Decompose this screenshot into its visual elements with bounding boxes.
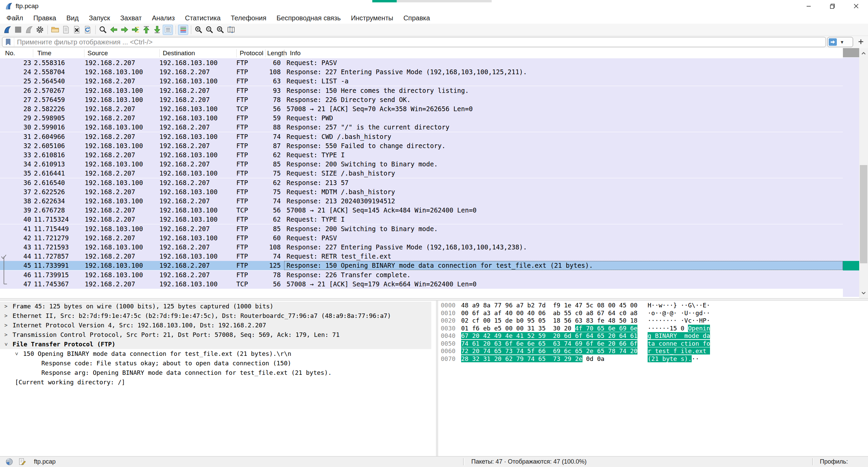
packet-row-47[interactable]: 4711.745367192.168.2.207192.168.103.100T… [0, 280, 843, 289]
resize-columns-button[interactable] [226, 25, 236, 35]
hex-row[interactable]: 005074 61 20 63 6f 6e 6e 65 63 74 69 6f … [438, 340, 868, 347]
go-to-packet-button[interactable] [130, 25, 140, 35]
menu-analyze[interactable]: Анализ [147, 12, 180, 24]
packet-row-39[interactable]: 392.676728192.168.2.207192.168.103.100TC… [0, 206, 843, 215]
hex-bytes[interactable]: 01 f6 eb e5 00 00 31 35 30 20 4f 70 65 6… [461, 325, 637, 332]
detail-row[interactable]: >Transmission Control Protocol, Src Port… [0, 330, 431, 340]
menu-telephony[interactable]: Телефония [226, 12, 272, 24]
column-separator[interactable] [284, 49, 284, 57]
packet-row-28[interactable]: 282.582226192.168.2.207192.168.103.100TC… [0, 104, 843, 114]
packet-row-32[interactable]: 322.605106192.168.103.100192.168.2.207FT… [0, 141, 843, 150]
hex-row[interactable]: 002002 cf 00 15 de b0 95 05 18 56 63 83 … [438, 317, 868, 324]
hex-bytes[interactable]: 48 a9 8a 77 96 a7 b2 7d f9 1e 47 5c 08 0… [461, 302, 637, 309]
hex-ascii[interactable]: H··w···} ··G\··E· [648, 302, 710, 309]
packet-row-37[interactable]: 372.622526192.168.2.207192.168.103.100FT… [0, 187, 843, 197]
hex-ascii[interactable]: ·o··@·@· ·U··gd·· [648, 309, 710, 317]
expand-icon[interactable]: > [4, 302, 7, 311]
hex-ascii[interactable]: r test_f ile.ext [648, 347, 710, 355]
hex-bytes[interactable]: 28 32 31 20 62 79 74 65 73 29 2e 0d 0a [461, 355, 605, 363]
packet-row-34[interactable]: 342.610913192.168.103.100192.168.2.207FT… [0, 160, 843, 169]
go-first-button[interactable] [141, 25, 151, 35]
detail-row[interactable]: [Current working directory: /] [0, 378, 431, 387]
capture-options-button[interactable] [35, 25, 45, 35]
go-back-button[interactable] [108, 25, 119, 35]
packet-row-27[interactable]: 272.576459192.168.103.100192.168.2.207FT… [0, 95, 843, 104]
expand-icon[interactable]: > [4, 311, 7, 321]
detail-row[interactable]: >Internet Protocol Version 4, Src: 192.1… [0, 321, 431, 330]
packet-row-29[interactable]: 292.598905192.168.2.207192.168.103.100FT… [0, 114, 843, 123]
hex-row[interactable]: 004067 20 42 49 4e 41 52 59 20 6d 6f 64 … [438, 332, 868, 340]
column-separator[interactable] [236, 49, 237, 57]
hex-bytes[interactable]: 67 20 42 49 4e 41 52 59 20 6d 6f 64 65 2… [461, 332, 637, 340]
zoom-out-button[interactable] [204, 25, 214, 35]
packet-row-24[interactable]: 242.558704192.168.103.100192.168.2.207FT… [0, 67, 843, 77]
packet-row-40[interactable]: 4011.715324192.168.2.207192.168.103.100F… [0, 215, 843, 224]
hex-ascii[interactable]: (21 byte s).·· [648, 355, 699, 363]
collapse-icon[interactable]: > [12, 352, 21, 355]
packet-row-45[interactable]: 4511.733991192.168.103.100192.168.2.207F… [0, 261, 843, 270]
packet-row-25[interactable]: 252.564540192.168.2.207192.168.103.100FT… [0, 77, 843, 86]
menu-view[interactable]: Вид [61, 12, 84, 24]
column-header-no[interactable]: No. [5, 48, 15, 58]
packet-row-43[interactable]: 4311.721593192.168.103.100192.168.2.207F… [0, 243, 843, 252]
detail-row[interactable]: >Ethernet II, Src: b2:7d:f9:1e:47:5c (b2… [0, 311, 431, 321]
collapse-icon[interactable]: > [1, 343, 11, 346]
menu-tools[interactable]: Инструменты [346, 12, 398, 24]
open-file-button[interactable] [50, 25, 60, 35]
hex-ascii[interactable]: ta conne ction fo [648, 340, 710, 347]
menu-statistics[interactable]: Статистика [180, 12, 225, 24]
capture-comment-icon[interactable] [18, 458, 26, 467]
detail-row[interactable]: Response arg: Opening BINARY mode data c… [0, 368, 431, 378]
detail-row[interactable]: >150 Opening BINARY mode data connection… [0, 349, 431, 359]
go-last-button[interactable] [152, 25, 162, 35]
column-header-destination[interactable]: Destination [163, 48, 195, 58]
restart-capture-button[interactable] [24, 25, 34, 35]
detail-row[interactable]: >File Transfer Protocol (FTP) [0, 340, 431, 349]
packet-row-31[interactable]: 312.604966192.168.2.207192.168.103.100FT… [0, 132, 843, 141]
menu-help[interactable]: Справка [398, 12, 435, 24]
column-header-time[interactable]: Time [37, 48, 52, 58]
packet-row-38[interactable]: 382.622634192.168.103.100192.168.2.207FT… [0, 197, 843, 206]
restore-button[interactable] [821, 0, 844, 12]
menu-capture[interactable]: Захват [115, 12, 146, 24]
filter-dropdown-caret-icon[interactable]: ▼ [840, 40, 844, 45]
hex-row[interactable]: 001000 6f a3 af 40 00 40 06 ab 55 c0 a8 … [438, 309, 868, 317]
filter-bookmark-icon[interactable] [2, 38, 14, 46]
packet-row-42[interactable]: 4211.721279192.168.2.207192.168.103.100F… [0, 234, 843, 243]
reload-file-button[interactable] [82, 25, 93, 35]
column-separator[interactable] [84, 49, 84, 57]
close-button[interactable] [844, 0, 868, 12]
hex-row[interactable]: 003001 f6 eb e5 00 00 31 35 30 20 4f 70 … [438, 325, 868, 332]
menu-wireless[interactable]: Беспроводная связь [272, 12, 346, 24]
minimize-button[interactable] [797, 0, 821, 12]
packet-row-35[interactable]: 352.616441192.168.2.207192.168.103.100FT… [0, 169, 843, 178]
menu-file[interactable]: Файл [1, 12, 28, 24]
packet-row-46[interactable]: 4611.739915192.168.103.100192.168.2.207F… [0, 270, 843, 280]
save-file-button[interactable] [61, 25, 71, 35]
packet-row-23[interactable]: 232.558316192.168.2.207192.168.103.100FT… [0, 58, 843, 67]
colorize-button[interactable] [178, 25, 188, 35]
packet-row-26[interactable]: 262.570267192.168.103.100192.168.2.207FT… [0, 86, 843, 95]
start-capture-button[interactable] [2, 25, 12, 35]
hex-ascii[interactable]: g BINARY mode da [648, 332, 710, 340]
apply-filter-button[interactable]: ▼ [827, 37, 853, 47]
scroll-up-arrow-icon[interactable] [859, 49, 868, 58]
packet-row-33[interactable]: 332.610816192.168.2.207192.168.103.100FT… [0, 150, 843, 160]
packet-row-30[interactable]: 302.599016192.168.103.100192.168.2.207FT… [0, 123, 843, 132]
column-header-source[interactable]: Source [87, 48, 108, 58]
detail-row[interactable]: >Frame 45: 125 bytes on wire (1000 bits)… [0, 302, 431, 311]
go-forward-button[interactable] [119, 25, 130, 35]
packet-row-36[interactable]: 362.616540192.168.103.100192.168.2.207FT… [0, 178, 843, 187]
display-filter-input[interactable] [14, 38, 826, 46]
column-separator[interactable] [33, 49, 33, 57]
status-profile[interactable]: Профиль: Default [820, 456, 868, 467]
pane-splitter[interactable] [0, 298, 868, 301]
scroll-down-arrow-icon[interactable] [859, 289, 868, 298]
hex-ascii[interactable]: ······15 0 Openin [648, 325, 710, 332]
expand-icon[interactable]: > [4, 330, 7, 340]
packet-row-41[interactable]: 4111.715449192.168.103.100192.168.2.207F… [0, 224, 843, 234]
column-separator[interactable] [265, 49, 265, 57]
hex-bytes[interactable]: 74 61 20 63 6f 6e 6e 65 63 74 69 6f 6e 2… [461, 340, 637, 347]
hex-bytes[interactable]: 00 6f a3 af 40 00 40 06 ab 55 c0 a8 67 6… [461, 309, 637, 317]
expert-info-icon[interactable] [5, 458, 13, 467]
